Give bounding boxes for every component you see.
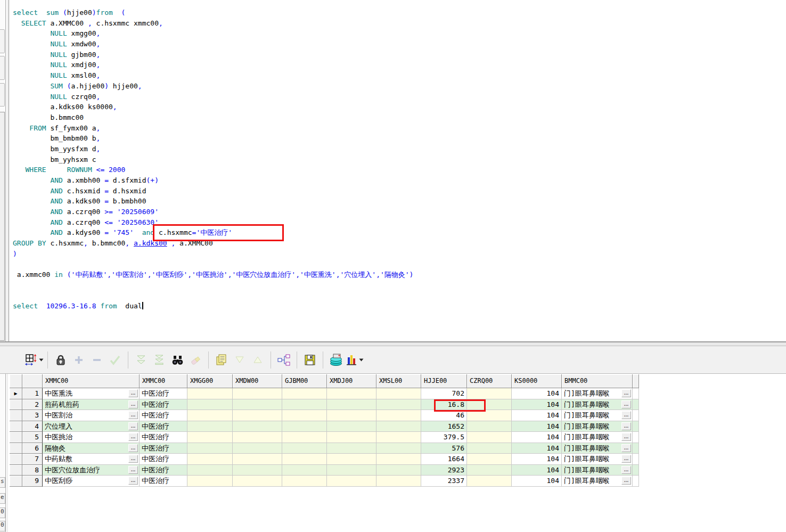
cell-more-button[interactable]: … [621,444,631,452]
cell-xmsl00[interactable] [376,388,421,399]
cell-hjje00[interactable]: 1652 [421,421,467,432]
row-number[interactable]: 2 [22,399,43,411]
cell-tail[interactable] [633,421,639,432]
cell-hjje00[interactable]: 379.5 [421,432,467,443]
fetch-next-page-button[interactable] [132,350,150,370]
cell-ks0000[interactable]: 104 [512,454,562,465]
cell-xmdw00[interactable] [233,443,282,454]
cell-more-button[interactable]: … [128,455,138,463]
cell-bmmc00[interactable]: 门]眼耳鼻咽喉… [562,476,633,487]
sql-editor[interactable]: select sum (hjje00)from ( SELECT a.XMMC0… [9,0,786,341]
cell-xmdw00[interactable] [233,454,282,465]
cell-xmdj00[interactable] [327,388,376,399]
cell-xmmc00_a[interactable]: 中医割治… [43,410,140,421]
cell-xmmc00_b[interactable]: 中医治疗 [140,410,187,421]
cell-gjbm00[interactable] [282,432,327,443]
cell-xmsl00[interactable] [376,476,421,487]
row-number[interactable]: 4 [22,421,43,432]
row-selector[interactable] [10,432,22,443]
cell-more-button[interactable]: … [128,411,138,419]
cell-xmmc00_a[interactable]: 煎药机煎药… [43,399,140,411]
cell-xmmc00_b[interactable]: 中医治疗 [140,454,187,465]
cell-xmdw00[interactable] [233,421,282,432]
cell-tail[interactable] [633,432,639,443]
cell-xmdj00[interactable] [327,454,376,465]
cell-tail[interactable] [633,410,639,421]
cell-xmmc00_a[interactable]: 中医刮痧… [43,476,140,487]
cell-more-button[interactable]: … [621,400,631,408]
cell-ks0000[interactable]: 104 [512,388,562,399]
cell-xmmc00_b[interactable]: 中医治疗 [140,432,187,443]
cell-more-button[interactable]: … [621,411,631,419]
cell-more-button[interactable]: … [621,477,631,485]
cell-czrq00[interactable] [467,443,512,454]
cell-bmmc00[interactable]: 门]眼耳鼻咽喉… [562,454,633,465]
find-button[interactable] [168,350,186,370]
cell-more-button[interactable]: … [128,477,138,485]
column-header-bmmc00[interactable]: BMMC00 [562,374,633,388]
column-header-blank[interactable] [10,374,22,388]
cell-ks0000[interactable]: 104 [512,421,562,432]
row-selector[interactable] [10,410,22,421]
column-header-blank[interactable] [22,374,43,388]
cell-czrq00[interactable] [467,432,512,443]
lock-record-button[interactable] [52,350,70,370]
cell-ks0000[interactable]: 104 [512,476,562,487]
row-number[interactable]: 3 [22,410,43,421]
cell-xmgg00[interactable] [187,476,233,487]
cell-gjbm00[interactable] [282,388,327,399]
cell-ks0000[interactable]: 104 [512,410,562,421]
row-number[interactable]: 5 [22,432,43,443]
row-selector[interactable] [10,465,22,476]
cell-xmdj00[interactable] [327,432,376,443]
row-number[interactable]: 6 [22,443,43,454]
cell-ks0000[interactable]: 104 [512,432,562,443]
cell-hjje00[interactable]: 576 [421,443,467,454]
cell-xmdj00[interactable] [327,443,376,454]
row-selector[interactable] [10,399,22,411]
cell-czrq00[interactable] [467,476,512,487]
delete-record-button[interactable] [88,350,106,370]
cell-xmmc00_b[interactable]: 中医治疗 [140,421,187,432]
cell-bmmc00[interactable]: 门]眼耳鼻咽喉… [562,399,633,411]
column-header-xmmc00_b[interactable]: XMMC00 [140,374,187,388]
cell-czrq00[interactable] [467,388,512,399]
row-number[interactable]: 8 [22,465,43,476]
column-header-gjbm00[interactable]: GJBM00 [282,374,327,388]
sort-descending-button[interactable] [231,350,249,370]
row-selector[interactable] [10,454,22,465]
fetch-last-page-button[interactable] [150,350,168,370]
cell-bmmc00[interactable]: 门]眼耳鼻咽喉… [562,443,633,454]
cell-xmdw00[interactable] [233,399,282,411]
post-changes-button[interactable] [106,350,124,370]
cell-more-button[interactable]: … [128,444,138,452]
cell-more-button[interactable]: … [128,433,138,441]
column-header-xmdj00[interactable]: XMDJ00 [327,374,376,388]
cell-xmmc00_a[interactable]: 中医熏洗… [43,388,140,399]
column-header-ks0000[interactable]: KS0000 [512,374,562,388]
cell-tail[interactable] [633,443,639,454]
cell-czrq00[interactable] [467,454,512,465]
chart-button[interactable] [345,350,364,370]
cell-xmmc00_a[interactable]: 隔物灸… [43,443,140,454]
cell-xmmc00_a[interactable]: 中药贴敷… [43,454,140,465]
cell-xmgg00[interactable] [187,421,233,432]
copy-to-report-button[interactable] [212,350,231,370]
cell-xmsl00[interactable] [376,410,421,421]
cell-hjje00[interactable]: 2337 [421,476,467,487]
cell-more-button[interactable]: … [128,400,138,408]
cell-gjbm00[interactable] [282,454,327,465]
cell-xmsl00[interactable] [376,443,421,454]
cell-gjbm00[interactable] [282,421,327,432]
cell-xmgg00[interactable] [187,399,233,411]
cell-more-button[interactable]: … [621,389,631,397]
cell-gjbm00[interactable] [282,476,327,487]
sort-ascending-button[interactable] [249,350,267,370]
cell-xmgg00[interactable] [187,388,233,399]
column-header-blank[interactable] [633,374,639,388]
cell-xmdw00[interactable] [233,388,282,399]
cell-xmdj00[interactable] [327,421,376,432]
cell-xmsl00[interactable] [376,421,421,432]
cell-xmgg00[interactable] [187,432,233,443]
cell-ks0000[interactable]: 104 [512,443,562,454]
